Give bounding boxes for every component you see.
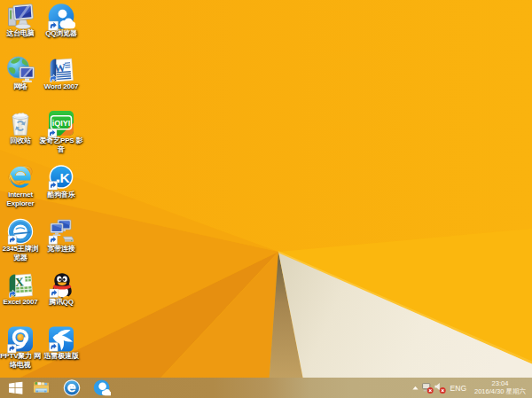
svg-text:K: K xyxy=(59,170,70,185)
svg-text:iQIYI: iQIYI xyxy=(52,119,71,128)
svg-text:X: X xyxy=(14,275,24,289)
